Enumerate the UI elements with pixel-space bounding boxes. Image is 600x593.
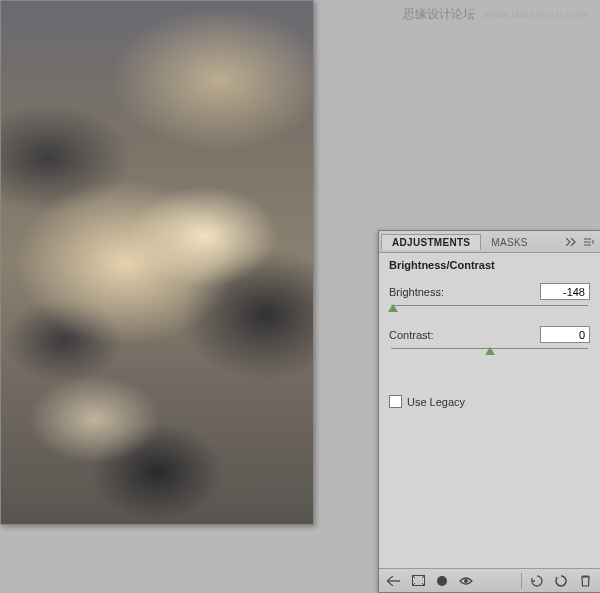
watermark-url: WWW.MISSYUAN.COM (482, 10, 588, 20)
panel-body: Brightness: Contrast: Use Legacy (379, 279, 600, 568)
watermark-text: 思缘设计论坛 (403, 7, 475, 21)
contrast-slider[interactable] (389, 345, 590, 359)
contrast-row: Contrast: (389, 326, 590, 343)
brightness-label: Brightness: (389, 286, 444, 298)
expand-view-icon[interactable] (407, 572, 429, 590)
brightness-slider-track (391, 305, 588, 306)
visibility-icon[interactable] (455, 572, 477, 590)
back-arrow-icon[interactable] (383, 572, 405, 590)
trash-icon[interactable] (574, 572, 596, 590)
panel-footer (379, 568, 600, 592)
clip-to-layer-icon[interactable] (431, 572, 453, 590)
svg-point-1 (437, 576, 447, 586)
panel-tab-controls (564, 236, 600, 248)
brightness-input[interactable] (540, 283, 590, 300)
brightness-slider[interactable] (389, 302, 590, 316)
panel-tab-bar: ADJUSTMENTS MASKS (379, 231, 600, 253)
canvas-image (1, 1, 313, 524)
contrast-input[interactable] (540, 326, 590, 343)
use-legacy-row: Use Legacy (389, 395, 590, 408)
use-legacy-checkbox[interactable] (389, 395, 402, 408)
contrast-slider-thumb[interactable] (485, 347, 495, 355)
reset-icon[interactable] (550, 572, 572, 590)
brightness-slider-thumb[interactable] (388, 304, 398, 312)
contrast-label: Contrast: (389, 329, 434, 341)
adjustments-panel: ADJUSTMENTS MASKS Brightness/Contrast Br… (378, 230, 600, 593)
svg-point-2 (464, 579, 468, 583)
brightness-row: Brightness: (389, 283, 590, 300)
expand-right-icon[interactable] (564, 236, 578, 248)
panel-menu-icon[interactable] (582, 236, 596, 248)
previous-state-icon[interactable] (526, 572, 548, 590)
tab-adjustments[interactable]: ADJUSTMENTS (381, 234, 481, 250)
document-canvas[interactable] (0, 0, 314, 525)
tab-masks[interactable]: MASKS (481, 234, 538, 250)
adjustment-title: Brightness/Contrast (379, 253, 600, 279)
watermark: 思缘设计论坛 WWW.MISSYUAN.COM (403, 6, 588, 23)
use-legacy-label: Use Legacy (407, 396, 465, 408)
